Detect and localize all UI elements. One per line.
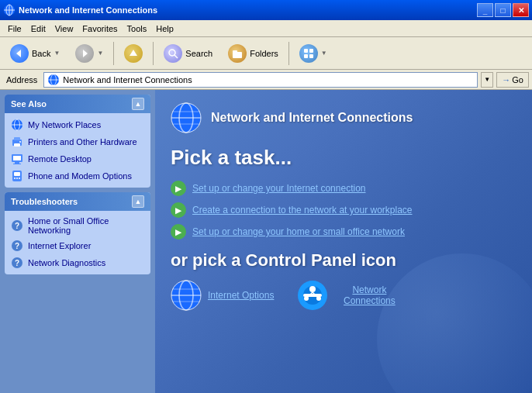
window-icon xyxy=(3,4,16,16)
maximize-button[interactable]: □ xyxy=(495,3,511,17)
task-arrow-3: ▶ xyxy=(171,224,186,240)
content-area: Network and Internet Connections Pick a … xyxy=(155,90,532,393)
title-bar: Network and Internet Connections _ □ ✕ xyxy=(0,0,532,20)
task-link-1[interactable]: Set up or change your Internet connectio… xyxy=(192,183,365,194)
sidebar-item-network-diagnostics[interactable]: ? Network Diagnostics xyxy=(5,254,150,271)
task-link-2[interactable]: Create a connection to the network at yo… xyxy=(192,205,413,215)
go-arrow-icon: → xyxy=(502,75,510,84)
svg-marker-4 xyxy=(16,50,21,57)
folders-button[interactable]: Folders xyxy=(221,40,285,67)
help-diagnostics-icon: ? xyxy=(11,257,23,269)
forward-button[interactable]: ▼ xyxy=(68,40,110,67)
troubleshooters-collapse-button[interactable]: ▲ xyxy=(132,195,144,208)
content-header: Network and Internet Connections xyxy=(171,102,516,133)
svg-rect-26 xyxy=(13,156,21,160)
sidebar-item-remote-desktop[interactable]: Remote Desktop xyxy=(5,150,150,167)
troubleshooters-items: ? Home or Small Office Networking ? Inte… xyxy=(5,211,150,274)
svg-rect-30 xyxy=(14,172,20,176)
phone-modem-icon xyxy=(11,170,23,182)
address-input-wrapper: Network and Internet Connections xyxy=(43,72,478,88)
forward-icon xyxy=(75,44,94,63)
see-also-title: See Also xyxy=(11,99,47,109)
pick-task-heading: Pick a task... xyxy=(171,146,516,170)
up-icon xyxy=(124,44,143,63)
task-arrow-2: ▶ xyxy=(171,202,186,218)
troubleshooters-title: Troubleshooters xyxy=(11,197,78,206)
svg-marker-5 xyxy=(83,50,88,57)
address-bar: Address Network and Internet Connections… xyxy=(0,70,532,90)
internet-options-label[interactable]: Internet Options xyxy=(208,290,274,301)
svg-rect-12 xyxy=(309,49,313,53)
svg-rect-28 xyxy=(13,164,21,164)
menu-favorites[interactable]: Favorites xyxy=(78,22,122,35)
search-label: Search xyxy=(185,49,212,58)
network-connections-icon xyxy=(297,280,328,311)
task-item-3[interactable]: ▶ Set up or change your home or small of… xyxy=(171,224,516,240)
menu-bar: File Edit View Favorites Tools Help xyxy=(0,20,532,37)
task-item-2[interactable]: ▶ Create a connection to the network at … xyxy=(171,202,516,218)
minimize-button[interactable]: _ xyxy=(477,3,493,17)
see-also-collapse-button[interactable]: ▲ xyxy=(132,98,144,110)
address-dropdown-button[interactable]: ▼ xyxy=(481,72,493,88)
sidebar-item-phone-modem[interactable]: Phone and Modem Options xyxy=(5,167,150,184)
search-icon xyxy=(164,44,182,63)
see-also-header: See Also ▲ xyxy=(5,95,150,113)
toolbar-separator-3 xyxy=(288,42,289,65)
task-item-1[interactable]: ▶ Set up or change your Internet connect… xyxy=(171,181,516,196)
search-button[interactable]: Search xyxy=(157,40,219,67)
printer-icon xyxy=(11,136,23,148)
toolbar-separator-2 xyxy=(153,42,154,65)
network-places-icon xyxy=(11,119,23,131)
back-button[interactable]: Back ▼ xyxy=(3,40,67,67)
help-home-icon: ? xyxy=(11,219,23,232)
back-icon xyxy=(10,44,29,63)
panel-icon-internet-options[interactable]: Internet Options xyxy=(171,280,274,311)
sidebar-item-network-places-label: My Network Places xyxy=(28,120,101,129)
views-icon xyxy=(299,44,318,63)
svg-rect-11 xyxy=(304,49,308,53)
go-button[interactable]: → Go xyxy=(496,72,529,88)
back-label: Back xyxy=(32,49,50,58)
sidebar-item-home-networking[interactable]: ? Home or Small Office Networking xyxy=(5,214,150,237)
address-label: Address xyxy=(3,75,40,84)
troubleshooters-section: Troubleshooters ▲ ? Home or Small Office… xyxy=(5,192,150,274)
close-button[interactable]: ✕ xyxy=(513,3,529,17)
sidebar-item-my-network-places[interactable]: My Network Places xyxy=(5,116,150,133)
sidebar-item-printers[interactable]: Printers and Other Hardware xyxy=(5,133,150,150)
troubleshooters-header: Troubleshooters ▲ xyxy=(5,192,150,211)
menu-file[interactable]: File xyxy=(3,22,26,35)
svg-text:?: ? xyxy=(15,259,19,267)
folders-label: Folders xyxy=(250,49,278,58)
svg-rect-9 xyxy=(233,52,242,58)
watermark-globe xyxy=(377,253,532,393)
sidebar-item-phone-label: Phone and Modem Options xyxy=(28,171,132,181)
svg-rect-22 xyxy=(14,137,20,140)
toolbar-separator-1 xyxy=(113,42,114,65)
main-container: See Also ▲ My Network Places xyxy=(0,90,532,393)
menu-view[interactable]: View xyxy=(50,22,78,35)
menu-edit[interactable]: Edit xyxy=(26,22,50,35)
up-button[interactable] xyxy=(117,40,150,67)
sidebar-item-internet-explorer[interactable]: ? Internet Explorer xyxy=(5,237,150,254)
svg-rect-27 xyxy=(15,162,19,164)
task-arrow-1: ▶ xyxy=(171,181,186,196)
sidebar-item-internet-explorer-label: Internet Explorer xyxy=(28,241,91,250)
menu-help[interactable]: Help xyxy=(151,22,178,35)
menu-tools[interactable]: Tools xyxy=(123,22,152,35)
svg-marker-6 xyxy=(130,50,137,56)
go-label: Go xyxy=(512,75,523,84)
back-dropdown-icon: ▼ xyxy=(54,50,60,57)
sidebar-item-printers-label: Printers and Other Hardware xyxy=(28,137,137,147)
internet-options-icon xyxy=(171,280,202,311)
task-link-3[interactable]: Set up or change your home or small offi… xyxy=(192,226,405,237)
svg-point-31 xyxy=(14,178,16,179)
views-button[interactable]: ▼ xyxy=(292,40,334,67)
svg-point-55 xyxy=(309,286,316,292)
sidebar-item-network-diagnostics-label: Network Diagnostics xyxy=(28,258,105,267)
toolbar: Back ▼ ▼ Search Folders xyxy=(0,37,532,70)
address-value: Network and Internet Connections xyxy=(63,75,474,84)
svg-text:?: ? xyxy=(15,222,19,230)
svg-rect-13 xyxy=(304,54,308,58)
content-title: Network and Internet Connections xyxy=(211,111,413,125)
svg-point-32 xyxy=(16,178,18,179)
